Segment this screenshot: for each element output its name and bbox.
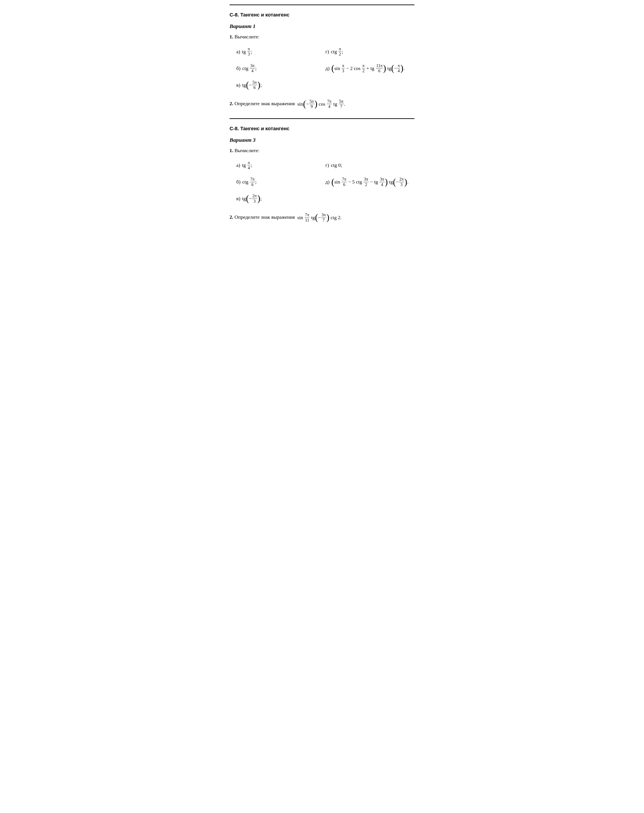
section1-label: С-8. [229, 12, 239, 18]
variant3-title: Вариант 3 [229, 137, 415, 143]
problem-1v: в) tg(−5π6); [236, 77, 325, 94]
problem-2d: д) ( sin 7π6 − 5 ctg 3π2 − tg 3π4 ) tg(−… [325, 173, 415, 190]
problem-1d: д) ( sin π3 − 2 cos π2 + tg 11π6 ) tg(−π… [325, 60, 415, 77]
section1-title: Тангенс и котангенс [240, 12, 289, 18]
section2-title: Тангенс и котангенс [240, 126, 289, 131]
problem-1a: а) tg π3; [236, 43, 325, 60]
problems-grid-2: а) tg π4; г) ctg 0; б) ctg 7π6; д) ( sin… [236, 157, 415, 207]
problem2-section2: 2. Определите знак выражения sin 7π11 tg… [229, 212, 415, 223]
section1-header: С-8. Тангенс и котангенс [229, 12, 415, 18]
problem2-section1: 2. Определите знак выражения sin(−5π9) c… [229, 99, 415, 109]
section2-label: С-8. [229, 126, 239, 131]
problem-1-empty [325, 77, 415, 94]
section2-header: С-8. Тангенс и котангенс [229, 126, 415, 132]
problem-2a: а) tg π4; [236, 157, 325, 174]
section-variant1: С-8. Тангенс и котангенс Вариант 1 1. Вы… [229, 5, 415, 118]
section-variant3: С-8. Тангенс и котангенс Вариант 3 1. Вы… [229, 118, 415, 232]
problem1-title: 1. Вычислите: [229, 34, 415, 40]
problem-1b: б) ctg 3π4; [236, 60, 325, 77]
problem2-title: 1. Вычислите: [229, 147, 415, 153]
problems-grid-1: а) tg π3; г) ctg π2; б) ctg 3π4; д) ( si… [236, 43, 415, 94]
problem-1g: г) ctg π2; [325, 43, 415, 60]
problem-2-empty [325, 190, 415, 207]
problem-2b: б) ctg 7π6; [236, 173, 325, 190]
problem-2v: в) tg(−2π3); [236, 190, 325, 207]
problem-2g: г) ctg 0; [325, 157, 415, 174]
variant1-title: Вариант 1 [229, 23, 415, 29]
